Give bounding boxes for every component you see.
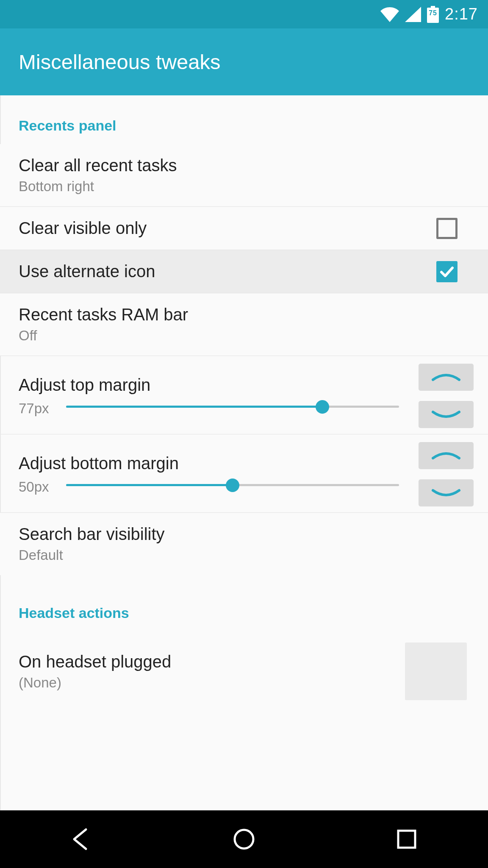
slider-thumb-icon[interactable] bbox=[226, 479, 239, 492]
setting-title: Recent tasks RAM bar bbox=[19, 305, 469, 324]
setting-value: (None) bbox=[19, 675, 405, 691]
setting-adjust-top-margin[interactable]: Adjust top margin 77px bbox=[0, 356, 488, 434]
battery-icon: 75 bbox=[427, 6, 439, 23]
checkbox-wrap bbox=[436, 261, 458, 282]
checkbox-unchecked-icon[interactable] bbox=[436, 218, 458, 239]
section-header-headset: Headset actions bbox=[0, 575, 488, 632]
setting-value: 77px bbox=[19, 401, 49, 417]
setting-search-bar-visibility[interactable]: Search bar visibility Default bbox=[0, 513, 488, 575]
checkbox-wrap bbox=[436, 218, 458, 239]
setting-title: Adjust top margin bbox=[19, 376, 399, 395]
section-label: Headset actions bbox=[19, 605, 469, 621]
setting-on-headset-plugged[interactable]: On headset plugged (None) bbox=[0, 632, 488, 711]
setting-clear-visible-only[interactable]: Clear visible only bbox=[0, 207, 488, 250]
setting-title: Clear visible only bbox=[19, 219, 469, 238]
setting-title: Adjust bottom margin bbox=[19, 454, 399, 473]
app-bar: Miscellaneous tweaks bbox=[0, 28, 488, 95]
decrement-button[interactable] bbox=[419, 401, 474, 428]
setting-title: Use alternate icon bbox=[19, 262, 469, 281]
headset-action-icon[interactable] bbox=[405, 643, 467, 700]
wifi-icon bbox=[380, 7, 399, 22]
svg-point-0 bbox=[235, 830, 253, 849]
setting-title: Clear all recent tasks bbox=[19, 156, 469, 175]
recents-button[interactable] bbox=[388, 820, 426, 858]
section-label: Recents panel bbox=[19, 117, 469, 134]
status-bar: 75 2:17 bbox=[0, 0, 488, 28]
setting-clear-all-recent[interactable]: Clear all recent tasks Bottom right bbox=[0, 144, 488, 207]
screen: 75 2:17 Miscellaneous tweaks Recents pan… bbox=[0, 0, 488, 868]
decrement-button[interactable] bbox=[419, 479, 474, 506]
battery-percent: 75 bbox=[427, 9, 439, 17]
status-time: 2:17 bbox=[445, 5, 478, 23]
slider-top-margin[interactable] bbox=[66, 400, 399, 414]
slider-thumb-icon[interactable] bbox=[316, 400, 329, 414]
setting-adjust-bottom-margin[interactable]: Adjust bottom margin 50px bbox=[0, 434, 488, 513]
section-header-recents: Recents panel bbox=[0, 95, 488, 144]
signal-icon bbox=[405, 7, 421, 22]
increment-button[interactable] bbox=[419, 442, 474, 469]
setting-use-alternate-icon[interactable]: Use alternate icon bbox=[0, 250, 488, 293]
setting-title: On headset plugged bbox=[19, 652, 405, 671]
svg-rect-1 bbox=[398, 831, 415, 848]
setting-ram-bar[interactable]: Recent tasks RAM bar Off bbox=[0, 293, 488, 356]
page-title: Miscellaneous tweaks bbox=[19, 50, 221, 74]
setting-value: 50px bbox=[19, 479, 49, 495]
settings-content: Recents panel Clear all recent tasks Bot… bbox=[0, 95, 488, 810]
back-button[interactable] bbox=[62, 820, 100, 858]
navigation-bar bbox=[0, 810, 488, 868]
setting-title: Search bar visibility bbox=[19, 525, 469, 544]
slider-bottom-margin[interactable] bbox=[66, 479, 399, 492]
setting-value: Off bbox=[19, 328, 469, 344]
home-button[interactable] bbox=[225, 820, 263, 858]
setting-value: Bottom right bbox=[19, 178, 469, 195]
setting-value: Default bbox=[19, 547, 469, 563]
increment-button[interactable] bbox=[419, 364, 474, 391]
checkbox-checked-icon[interactable] bbox=[436, 261, 458, 282]
